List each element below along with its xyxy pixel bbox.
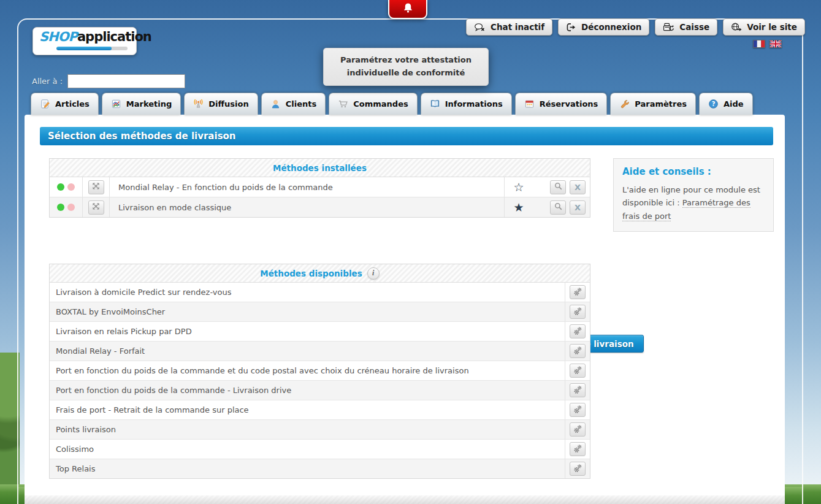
move-button[interactable] (88, 180, 104, 194)
available-methods-table: Méthodes disponibles i Livraison à domic… (49, 264, 590, 479)
move-icon (92, 182, 100, 192)
configure-button[interactable] (570, 324, 586, 338)
goto-input[interactable] (67, 74, 185, 88)
status-dots (50, 197, 83, 217)
gear-cell (565, 440, 590, 459)
reservations-icon (524, 99, 535, 109)
diffusion-icon (193, 99, 204, 109)
move-button[interactable] (88, 200, 104, 215)
gears-icon (573, 424, 582, 435)
row-actions: X (550, 180, 586, 194)
remove-button[interactable]: X (570, 180, 586, 194)
method-name: Colissimo (50, 445, 565, 454)
installed-methods-rows: Mondial Relay - En fonction du poids de … (50, 177, 590, 217)
gears-icon (573, 444, 582, 455)
gears-icon (573, 405, 582, 416)
info-icon[interactable]: i (367, 267, 380, 280)
tab-label: Aide (724, 99, 744, 109)
tab-label: Paramètres (635, 99, 687, 109)
star-outline-icon[interactable]: ☆ (505, 181, 533, 193)
gear-cell (565, 342, 590, 361)
commandes-icon (338, 99, 348, 109)
flag-fr-icon[interactable] (753, 40, 765, 48)
marketing-icon (111, 99, 121, 109)
configure-button[interactable] (570, 364, 586, 378)
gears-icon (573, 464, 582, 475)
gear-cell (565, 283, 590, 302)
tab-clients[interactable]: Clients (261, 93, 326, 115)
logout-icon (566, 23, 576, 32)
attestation-tooltip[interactable]: Paramétrez votre attestation individuell… (323, 48, 489, 86)
notification-bell[interactable] (388, 0, 427, 19)
chat-inactive-icon (474, 23, 486, 32)
gear-cell (565, 322, 590, 341)
cash-register-icon (663, 23, 674, 32)
logo-progressbar-fill (56, 47, 112, 50)
star-filled-icon[interactable]: ★ (505, 202, 533, 213)
tab-diffusion[interactable]: Diffusion (184, 93, 258, 115)
status-active-dot[interactable] (57, 183, 64, 191)
available-method-row: Port en fonction du poids de la commande… (50, 361, 590, 380)
tab-aide[interactable]: ?Aide (699, 93, 753, 115)
remove-button[interactable]: X (570, 200, 586, 215)
goto-label: Aller à : (32, 77, 63, 86)
gears-icon (573, 326, 582, 337)
clients-icon (270, 99, 281, 109)
configure-button[interactable] (570, 422, 586, 437)
topbar-button-label: Déconnexion (581, 22, 641, 32)
close-icon: X (575, 183, 581, 192)
tab-label: Diffusion (208, 99, 248, 109)
method-name: Port en fonction du poids de la commande… (50, 366, 565, 375)
configure-button[interactable] (570, 442, 586, 456)
available-method-row: Livraison à domicile Predict sur rendez-… (50, 283, 590, 302)
configure-button[interactable] (570, 403, 586, 417)
language-flags (753, 40, 782, 48)
gear-cell (565, 420, 590, 439)
available-methods-header: Méthodes disponibles i (50, 264, 590, 283)
installed-method-row: Livraison en mode classique★X (50, 197, 590, 217)
move-cell (83, 177, 110, 197)
logo-text: SHOPapplication (39, 29, 151, 44)
available-method-row: Mondial Relay - Forfait (50, 341, 590, 361)
status-inactive-dot[interactable] (67, 204, 75, 211)
method-name: Points livraison (50, 425, 565, 434)
gears-icon (573, 346, 582, 357)
view-button[interactable] (550, 200, 566, 215)
parametres-icon (619, 99, 630, 109)
logo[interactable]: SHOPapplication (32, 27, 137, 55)
gear-cell (565, 302, 590, 321)
goto-field: Aller à : (32, 74, 185, 88)
row-actions: X (550, 200, 586, 215)
tab-informations[interactable]: Informations (421, 93, 512, 115)
tab-label: Articles (55, 99, 90, 109)
status-active-dot[interactable] (57, 204, 64, 211)
help-title: Aide et conseils : (622, 166, 765, 177)
cash-register-button[interactable]: Caisse (655, 18, 717, 36)
configure-button[interactable] (570, 344, 586, 358)
flag-uk-icon[interactable] (769, 40, 782, 48)
configure-button[interactable] (570, 305, 586, 319)
view-site-button[interactable]: Voir le site (723, 18, 805, 36)
status-inactive-dot[interactable] (67, 183, 75, 191)
tab-label: Clients (286, 99, 316, 109)
configure-button[interactable] (570, 383, 586, 397)
tab-parametres[interactable]: Paramètres (610, 93, 696, 115)
installed-methods-header: Méthodes installées (50, 159, 590, 177)
available-methods-title: Méthodes disponibles (260, 269, 362, 278)
chat-inactive-button[interactable]: Chat inactif (466, 18, 552, 36)
svg-text:?: ? (712, 101, 716, 107)
tab-marketing[interactable]: Marketing (102, 93, 181, 115)
tab-commandes[interactable]: Commandes (329, 93, 417, 115)
view-button[interactable] (550, 180, 566, 194)
logo-text-shop: SHOP (39, 29, 77, 44)
configure-button[interactable] (570, 462, 586, 476)
tab-articles[interactable]: Articles (31, 93, 99, 115)
footer-divider (25, 495, 785, 504)
method-name: BOXTAL by EnvoiMoinsCher (50, 307, 565, 316)
logout-button[interactable]: Déconnexion (558, 18, 649, 36)
installed-methods-table: Méthodes installées Mondial Relay - En f… (49, 158, 590, 218)
tab-reservations[interactable]: Réservations (515, 93, 608, 115)
available-method-row: Top Relais (50, 459, 590, 478)
configure-button[interactable] (570, 285, 586, 299)
gear-cell (565, 381, 590, 400)
